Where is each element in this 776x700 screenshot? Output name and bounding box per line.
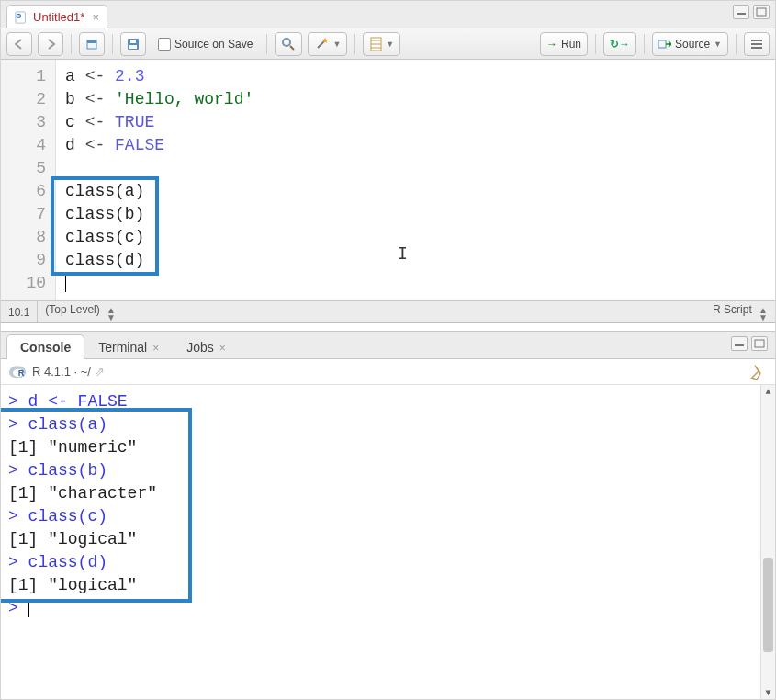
token: c bbox=[65, 113, 75, 131]
text: > class(c) bbox=[8, 507, 107, 525]
cursor-icon bbox=[65, 274, 66, 292]
line-number: 7 bbox=[1, 203, 46, 226]
close-icon[interactable]: × bbox=[92, 10, 99, 24]
run-label: Run bbox=[561, 38, 581, 51]
show-in-new-window-button[interactable] bbox=[79, 32, 105, 56]
svg-rect-8 bbox=[129, 45, 137, 49]
console-info-bar: R R 4.1.1 · ~/ ⇗ bbox=[1, 359, 775, 385]
svg-rect-3 bbox=[737, 13, 746, 15]
source-button[interactable]: Source ▼ bbox=[652, 32, 728, 56]
code-line bbox=[65, 157, 766, 180]
minimize-panel-icon[interactable] bbox=[733, 5, 749, 19]
editor-tab[interactable]: R Untitled1* × bbox=[6, 5, 107, 28]
console-line: > class(b) bbox=[8, 459, 768, 482]
code-line: class(c) bbox=[65, 226, 766, 249]
tab-terminal[interactable]: Terminal× bbox=[84, 334, 173, 359]
separator bbox=[71, 34, 72, 54]
text: [1] "logical" bbox=[8, 530, 137, 548]
token: a bbox=[65, 67, 75, 85]
code-line: c <- TRUE bbox=[65, 111, 766, 134]
rerun-button[interactable]: ↻→ bbox=[603, 32, 636, 56]
line-number: 6 bbox=[1, 180, 46, 203]
outline-button[interactable] bbox=[744, 32, 770, 56]
close-icon[interactable]: × bbox=[152, 342, 159, 355]
code-line: class(a) bbox=[65, 180, 766, 203]
tab-console[interactable]: Console bbox=[6, 334, 84, 359]
scrollbar-thumb[interactable] bbox=[763, 558, 773, 652]
console-line: [1] "character" bbox=[8, 482, 768, 505]
token: class(d) bbox=[65, 251, 144, 269]
close-icon[interactable]: × bbox=[219, 342, 226, 355]
run-button[interactable]: → Run bbox=[540, 32, 588, 56]
separator bbox=[37, 301, 38, 322]
cursor-icon bbox=[28, 599, 29, 617]
token: 2.3 bbox=[115, 67, 144, 85]
svg-text:R: R bbox=[18, 368, 25, 378]
minimize-panel-icon[interactable] bbox=[731, 336, 748, 351]
magic-wand-button[interactable]: ▼ bbox=[308, 32, 347, 56]
line-number-gutter: 1 2 3 4 5 6 7 8 9 10 bbox=[1, 60, 56, 300]
source-label: Source bbox=[675, 38, 710, 51]
editor-status-bar: 10:1 (Top Level) ▲▼ R Script ▲▼ bbox=[1, 300, 775, 322]
console-line: > class(c) bbox=[8, 505, 768, 528]
editor-toolbar: Source on Save ▼ ▼ → Run ↻→ Source ▼ bbox=[1, 28, 775, 60]
console-line: [1] "logical" bbox=[8, 528, 768, 551]
source-icon bbox=[658, 39, 671, 50]
svg-point-10 bbox=[283, 39, 290, 46]
notebook-button[interactable]: ▼ bbox=[363, 32, 400, 56]
scope-label: (Top Level) bbox=[45, 303, 99, 316]
token: <- bbox=[85, 136, 106, 154]
find-button[interactable] bbox=[275, 32, 302, 56]
save-button[interactable] bbox=[120, 32, 146, 56]
up-down-icon: ▲▼ bbox=[759, 307, 768, 322]
back-button[interactable] bbox=[6, 32, 32, 56]
language-label: R Script bbox=[713, 303, 752, 316]
token: FALSE bbox=[115, 136, 164, 154]
tab-jobs[interactable]: Jobs× bbox=[173, 334, 240, 359]
svg-rect-17 bbox=[658, 40, 666, 48]
console-line: > class(d) bbox=[8, 551, 768, 574]
scroll-down-icon[interactable]: ▼ bbox=[761, 686, 775, 699]
separator bbox=[266, 34, 267, 54]
svg-line-11 bbox=[290, 46, 294, 50]
tab-label: Terminal bbox=[98, 340, 147, 355]
svg-rect-9 bbox=[130, 40, 136, 43]
maximize-panel-icon[interactable] bbox=[753, 5, 770, 19]
separator bbox=[644, 34, 645, 54]
code-line: b <- 'Hello, world' bbox=[65, 88, 766, 111]
cursor-position: 10:1 bbox=[8, 306, 29, 319]
text: [1] "character" bbox=[8, 484, 157, 502]
scroll-up-icon[interactable]: ▲ bbox=[761, 385, 775, 398]
code-line: a <- 2.3 bbox=[65, 65, 766, 88]
language-selector[interactable]: R Script ▲▼ bbox=[713, 303, 768, 322]
text: [1] "logical" bbox=[8, 576, 137, 594]
line-number: 3 bbox=[1, 111, 46, 134]
r-logo-icon: R bbox=[8, 364, 27, 380]
vertical-scrollbar[interactable]: ▲ ▼ bbox=[760, 385, 775, 699]
text: > class(d) bbox=[8, 553, 107, 571]
svg-rect-4 bbox=[757, 8, 766, 16]
tab-label: Jobs bbox=[186, 340, 214, 355]
maximize-panel-icon[interactable] bbox=[751, 336, 768, 351]
source-on-save-toggle[interactable]: Source on Save bbox=[152, 32, 259, 56]
token: b bbox=[65, 90, 75, 108]
line-number: 4 bbox=[1, 134, 46, 157]
code-editor[interactable]: 1 2 3 4 5 6 7 8 9 10 a <- 2.3 b <- 'Hell… bbox=[1, 60, 775, 300]
code-line: class(d) bbox=[65, 249, 766, 272]
scope-selector[interactable]: (Top Level) ▲▼ bbox=[45, 303, 116, 322]
r-version: R 4.1.1 · ~/ bbox=[32, 365, 91, 378]
line-number: 8 bbox=[1, 226, 46, 249]
console-output[interactable]: > d <- FALSE > class(a) [1] "numeric" > … bbox=[1, 385, 775, 699]
text: > class(b) bbox=[8, 461, 107, 480]
popout-icon[interactable]: ⇗ bbox=[95, 365, 105, 378]
svg-rect-22 bbox=[755, 340, 764, 347]
up-down-icon: ▲▼ bbox=[107, 307, 116, 322]
source-on-save-label: Source on Save bbox=[174, 38, 253, 51]
checkbox-icon bbox=[158, 38, 171, 51]
code-area[interactable]: a <- 2.3 b <- 'Hello, world' c <- TRUE d… bbox=[56, 60, 775, 300]
clear-console-icon[interactable] bbox=[749, 364, 768, 380]
separator bbox=[354, 34, 355, 54]
separator bbox=[595, 34, 596, 54]
forward-button[interactable] bbox=[38, 32, 63, 56]
text: [1] "numeric" bbox=[8, 438, 137, 457]
